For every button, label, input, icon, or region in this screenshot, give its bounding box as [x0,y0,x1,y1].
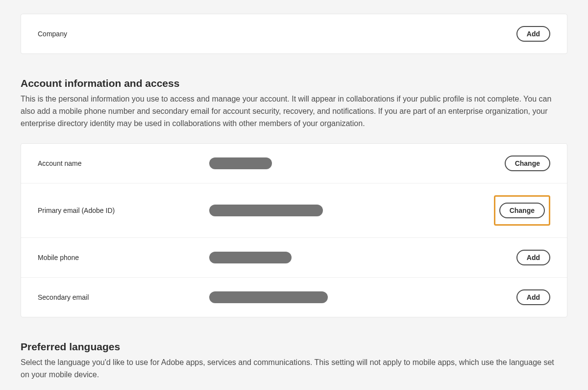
redacted-placeholder [209,252,292,263]
primary-email-label: Primary email (Adobe ID) [38,207,209,214]
primary-email-value [209,205,494,216]
secondary-email-row: Secondary email Add [21,278,567,317]
account-name-row: Account name Change [21,144,567,183]
profile-company-card: Company Add [21,14,567,54]
account-name-change-button[interactable]: Change [505,156,550,171]
primary-email-change-button[interactable]: Change [499,203,545,218]
mobile-phone-value [209,252,516,263]
mobile-phone-label: Mobile phone [38,254,209,261]
primary-email-row: Primary email (Adobe ID) Change [21,183,567,238]
mobile-phone-add-button[interactable]: Add [516,250,550,265]
secondary-email-label: Secondary email [38,293,209,301]
account-info-description: This is the personal information you use… [21,93,560,130]
preferred-languages-heading: Preferred languages [21,341,567,353]
company-label: Company [38,30,209,38]
company-add-button[interactable]: Add [516,26,550,42]
redacted-placeholder [209,291,328,303]
mobile-phone-row: Mobile phone Add [21,238,567,278]
account-name-value [209,157,505,169]
redacted-placeholder [209,157,272,169]
company-row: Company Add [21,14,567,53]
account-info-heading: Account information and access [21,78,567,89]
secondary-email-value [209,291,516,303]
account-info-card: Account name Change Primary email (Adobe… [21,143,567,317]
primary-email-highlight: Change [494,195,550,226]
account-name-label: Account name [38,159,209,167]
secondary-email-add-button[interactable]: Add [516,289,550,305]
redacted-placeholder [209,205,323,216]
preferred-languages-description: Select the language you'd like to use fo… [21,357,560,381]
